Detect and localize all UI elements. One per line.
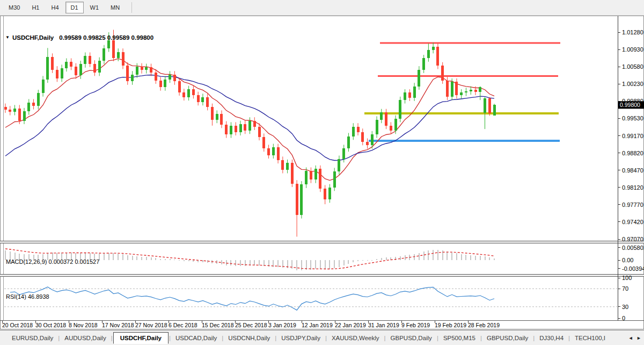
- time-axis: 20 Oct 201830 Oct 20188 Nov 201817 Nov 2…: [2, 321, 500, 328]
- timeframe-toolbar: M30H1H4D1W1MN: [0, 0, 644, 16]
- toolbar-separator: [131, 2, 132, 13]
- tab-audusd-daily[interactable]: AUDUSD,Daily: [60, 332, 110, 344]
- svg-text:30: 30: [622, 304, 628, 310]
- chart-title: ▼USDCHF,Daily0.99589 0.99825 0.99589 0.9…: [5, 34, 153, 41]
- tab-dj30-h4[interactable]: DJ30,H4: [535, 332, 568, 344]
- timeframe-button-H1[interactable]: H1: [26, 2, 45, 13]
- svg-text:19 Feb 2019: 19 Feb 2019: [435, 322, 466, 328]
- svg-text:1.00580: 1.00580: [622, 63, 643, 70]
- svg-text:31 Jan 2019: 31 Jan 2019: [368, 322, 399, 328]
- rsi-indicator-label: RSI(14) 46.8938: [6, 293, 49, 300]
- svg-text:0.98470: 0.98470: [622, 167, 643, 174]
- svg-text:22 Jan 2019: 22 Jan 2019: [335, 322, 366, 328]
- svg-text:17 Nov 2018: 17 Nov 2018: [102, 322, 134, 328]
- svg-text:0.97420: 0.97420: [622, 219, 643, 225]
- tab-gbpusd-daily[interactable]: GBPUSD,Daily: [482, 332, 532, 344]
- tab-scroll-arrows: ◄ ►: [626, 335, 641, 341]
- chart-frame-lines: [0, 16, 644, 329]
- tab-usdcnh-daily[interactable]: USDCNH,Daily: [224, 332, 274, 344]
- svg-text:1.00930: 1.00930: [622, 46, 643, 53]
- svg-text:20 Oct 2018: 20 Oct 2018: [2, 322, 33, 328]
- tab-xauusd-weekly[interactable]: XAUUSD,Weekly: [327, 332, 384, 344]
- tab-sp500-m15[interactable]: SP500,M15: [439, 332, 480, 344]
- svg-text:0.97070: 0.97070: [622, 236, 643, 242]
- svg-text:6 Dec 2018: 6 Dec 2018: [169, 322, 197, 328]
- tab-scroll-right-icon[interactable]: ►: [636, 335, 641, 341]
- svg-text:-0.003945: -0.003945: [622, 265, 644, 272]
- tab-usdchf-daily[interactable]: USDCHF,Daily: [113, 332, 169, 344]
- svg-text:0.99800: 0.99800: [620, 102, 640, 108]
- svg-text:30 Oct 2018: 30 Oct 2018: [35, 322, 66, 328]
- timeframe-button-MN[interactable]: MN: [105, 2, 125, 13]
- chart-tab-bar: ◄ ► EURUSD,Daily|AUDUSD,Daily|USDCHF,Dai…: [0, 330, 644, 345]
- svg-text:9 Feb 2019: 9 Feb 2019: [401, 322, 430, 328]
- timeframe-button-M30[interactable]: M30: [3, 2, 25, 13]
- chart-window: 1.012801.009301.005801.002300.998800.995…: [0, 16, 644, 329]
- tab-eurusd-daily[interactable]: EURUSD,Daily: [8, 332, 57, 344]
- symbol-label: USDCHF,Daily: [12, 34, 54, 41]
- ohlc-values: 0.99589 0.99825 0.99589 0.99800: [59, 34, 153, 41]
- timeframe-button-H4[interactable]: H4: [46, 2, 64, 13]
- symbol-dropdown-icon[interactable]: ▼: [5, 35, 10, 40]
- mt4-window: M30H1H4D1W1MN 1.012801.009301.005801.002…: [0, 0, 644, 345]
- svg-text:1.00230: 1.00230: [622, 81, 643, 87]
- svg-text:70: 70: [622, 285, 628, 292]
- tab-usdcad-daily[interactable]: USDCAD,Daily: [171, 332, 221, 344]
- svg-text:0.98820: 0.98820: [622, 150, 643, 156]
- svg-text:28 Feb 2019: 28 Feb 2019: [468, 322, 500, 328]
- timeframe-button-W1[interactable]: W1: [85, 2, 105, 13]
- svg-text:0.99170: 0.99170: [622, 133, 643, 139]
- chart-canvas[interactable]: 1.012801.009301.005801.002300.998800.995…: [0, 16, 644, 329]
- current-price-tag: 0.99800: [618, 101, 644, 109]
- svg-text:27 Nov 2018: 27 Nov 2018: [135, 322, 167, 328]
- svg-text:100: 100: [622, 275, 632, 281]
- svg-text:0: 0: [622, 315, 625, 321]
- tab-usdjpy-daily[interactable]: USDJPY,Daily: [277, 332, 325, 344]
- svg-text:25 Dec 2018: 25 Dec 2018: [235, 322, 267, 328]
- svg-text:3 Jan 2019: 3 Jan 2019: [268, 322, 296, 328]
- svg-text:1.01280: 1.01280: [622, 29, 643, 35]
- svg-text:0.98120: 0.98120: [622, 184, 643, 191]
- svg-text:0.005802: 0.005802: [622, 245, 644, 251]
- timeframe-button-D1[interactable]: D1: [65, 2, 84, 13]
- macd-indicator-label: MACD(12,26,9) 0.000372 0.001527: [6, 258, 99, 265]
- tab-gbpusd-daily[interactable]: GBPUSD,Daily: [386, 332, 436, 344]
- svg-text:0.00: 0.00: [622, 257, 633, 263]
- svg-text:12 Jan 2019: 12 Jan 2019: [302, 322, 333, 328]
- svg-text:0.97770: 0.97770: [622, 202, 643, 208]
- tab-scroll-left-icon[interactable]: ◄: [628, 335, 633, 341]
- tab-tech100-i[interactable]: TECH100,I: [570, 332, 610, 344]
- svg-text:0.99530: 0.99530: [622, 115, 643, 121]
- svg-text:15 Dec 2018: 15 Dec 2018: [202, 322, 234, 328]
- svg-text:8 Nov 2018: 8 Nov 2018: [69, 322, 98, 328]
